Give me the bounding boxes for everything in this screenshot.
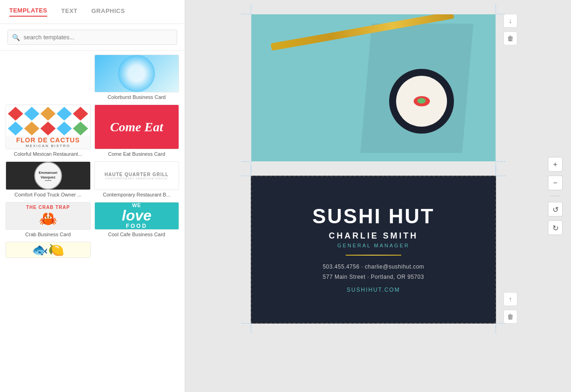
template-thumb-fish: 🐟🍋: [6, 242, 91, 258]
sushi-hut-name: CHARLIE SMITH: [329, 231, 418, 241]
template-label-come-eat: Come Eat Business Card: [94, 149, 180, 158]
cool-love: love: [122, 208, 151, 223]
card1-controls: ↓ 🗑: [503, 14, 517, 45]
template-item-cool-cafe[interactable]: WE love FOOD Cool Cafe Business Card: [94, 202, 180, 238]
template-thumb-comfort: EmmanuelVasquez: [6, 161, 91, 190]
template-label-colorburst: Colorburst Business Card: [94, 92, 180, 101]
sushi-hut-title: SUSHI HUT: [312, 206, 434, 227]
cool-food: FOOD: [126, 223, 148, 229]
sushi-address: 577 Main Street · Portland, OR 95703: [323, 274, 424, 280]
template-item-come-eat[interactable]: Come Eat Come Eat Business Card: [94, 104, 180, 158]
template-label-cool-cafe: Cool Cafe Business Card: [94, 230, 180, 238]
flor-sub: MEXICAN BISTRO: [26, 144, 70, 148]
template-thumb-come-eat: Come Eat: [94, 104, 180, 149]
zoom-out-btn[interactable]: −: [548, 176, 563, 190]
flor-title: FLOR DE CACTUS: [16, 136, 80, 144]
card1-wrapper: ↓ 🗑: [251, 14, 496, 162]
sushi-email: charlie@sushihut.com: [365, 263, 424, 270]
zoom-in-btn[interactable]: +: [548, 157, 563, 172]
search-input[interactable]: [7, 30, 177, 45]
sushi-divider: [346, 255, 401, 256]
template-item-comfort[interactable]: EmmanuelVasquez Comfort Food Truck Owner…: [6, 161, 91, 198]
fish-icon: 🐟🍋: [32, 242, 64, 257]
template-thumb-colorburst: [94, 55, 180, 92]
sushi-contact: 503.455.4756 · charlie@sushihut.com 577 …: [323, 262, 424, 282]
card1-delete-btn[interactable]: 🗑: [503, 31, 517, 45]
contemporary-text: HAUTE QUARTER GRILL: [105, 172, 168, 177]
undo-btn[interactable]: ↺: [548, 202, 563, 217]
card2-delete-btn[interactable]: 🗑: [503, 310, 517, 324]
card2-wrapper: SUSHI HUT CHARLIE SMITH GENERAL MANAGER …: [251, 176, 496, 324]
right-controls: + − ↺ ↻: [548, 157, 563, 235]
template-item-fish[interactable]: 🐟🍋: [6, 242, 91, 261]
template-label-crab: Crab Business Card: [6, 230, 91, 238]
crab-title: THE CRAB TRAP: [26, 205, 70, 210]
template-item-colorburst[interactable]: Colorburst Business Card: [94, 55, 180, 101]
card1-download-btn[interactable]: ↓: [503, 14, 517, 28]
sushi-roll: [389, 69, 459, 147]
contemporary-sub: CONTEMPORARY AMERICAN GRILLE: [105, 177, 168, 180]
left-panel: TEMPLATES TEXT GRAPHICS 🔍 Colorburst Bus…: [0, 0, 185, 392]
sushi-website: SUSHIHUT.COM: [347, 287, 400, 293]
template-thumb-crab: THE CRAB TRAP 🦀: [6, 202, 91, 230]
sushi-topping: [414, 96, 430, 106]
card2-controls: ↑ 🗑: [503, 292, 517, 324]
search-icon: 🔍: [12, 34, 20, 41]
sushi-hut-role: GENERAL MANAGER: [337, 243, 410, 248]
template-label-contemporary: Contemporary Restaurant B...: [94, 190, 180, 198]
comfort-name: EmmanuelVasquez: [39, 171, 57, 179]
tab-text[interactable]: TEXT: [61, 7, 77, 16]
template-label-fish: [6, 258, 91, 261]
tab-templates[interactable]: TEMPLATES: [9, 7, 47, 17]
template-label-comfort: Comfort Food Truck Owner ...: [6, 190, 91, 198]
template-grid: Colorburst Business Card FLOR: [0, 51, 185, 392]
redo-btn[interactable]: ↻: [548, 220, 563, 235]
tab-graphics[interactable]: GRAPHICS: [92, 7, 125, 16]
ctrl-separator: [551, 196, 560, 196]
template-thumb-contemporary: HAUTE QUARTER GRILL CONTEMPORARY AMERICA…: [94, 161, 180, 190]
canvas-panel: ↓ 🗑 SUSHI HUT CHARLIE SMITH GENERAL MANA…: [185, 0, 571, 392]
come-eat-text: Come Eat: [110, 120, 163, 135]
canvas-area: ↓ 🗑 SUSHI HUT CHARLIE SMITH GENERAL MANA…: [251, 14, 496, 324]
template-item-crab[interactable]: THE CRAB TRAP 🦀 Crab Business Card: [6, 202, 91, 238]
template-thumb-diamond: FLOR DE CACTUS MEXICAN BISTRO: [6, 104, 91, 149]
template-item-diamond[interactable]: FLOR DE CACTUS MEXICAN BISTRO Colorful M…: [6, 104, 91, 158]
card-sushi-illustration[interactable]: [251, 14, 496, 162]
card2-up-btn[interactable]: ↑: [503, 292, 517, 306]
card-sushi-hut[interactable]: SUSHI HUT CHARLIE SMITH GENERAL MANAGER …: [251, 176, 496, 324]
template-item-contemporary[interactable]: HAUTE QUARTER GRILL CONTEMPORARY AMERICA…: [94, 161, 180, 198]
tabs-bar: TEMPLATES TEXT GRAPHICS: [0, 0, 185, 24]
crab-icon: 🦀: [39, 210, 57, 227]
template-thumb-cool-cafe: WE love FOOD: [94, 202, 180, 230]
template-label-diamond: Colorful Mexican Restaurant...: [6, 149, 91, 158]
sushi-phone: 503.455.4756: [323, 263, 359, 270]
search-bar: 🔍: [0, 24, 185, 51]
